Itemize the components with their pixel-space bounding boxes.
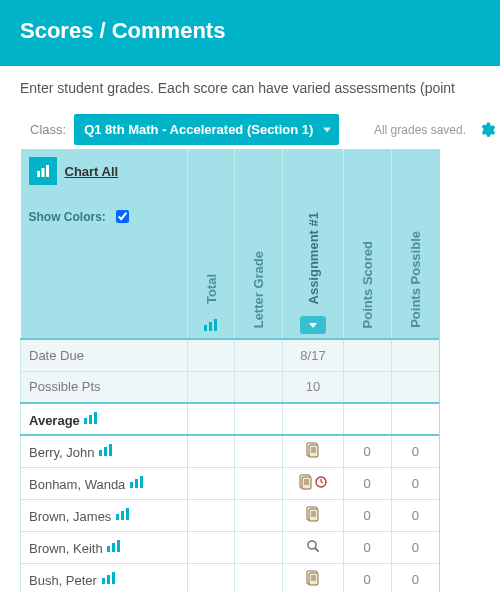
student-pts-possible[interactable]: 0: [391, 564, 439, 593]
student-total[interactable]: [187, 564, 235, 593]
bar-chart-icon[interactable]: [83, 411, 99, 425]
student-letter[interactable]: [235, 564, 283, 593]
document-icon[interactable]: [306, 570, 320, 586]
col-label-assignment: Assignment #1: [306, 208, 321, 308]
class-select[interactable]: Q1 8th Math - Accelerated (Section 1): [74, 114, 339, 145]
meta-row-date_due: Date Due8/17: [21, 339, 440, 371]
student-total[interactable]: [187, 532, 235, 564]
col-header-total[interactable]: Total: [187, 149, 235, 339]
document-icon[interactable]: [306, 442, 320, 458]
student-total[interactable]: [187, 468, 235, 500]
student-name-cell[interactable]: Brown, Keith: [21, 532, 188, 564]
meta-label: Date Due: [21, 339, 188, 371]
bar-chart-icon[interactable]: [115, 507, 131, 521]
student-row: Brown, James 00: [21, 500, 440, 532]
student-pts-scored[interactable]: 0: [343, 435, 391, 468]
chevron-down-icon: [309, 323, 317, 328]
student-name-cell[interactable]: Brown, James: [21, 500, 188, 532]
meta-letter: [235, 403, 283, 435]
student-pts-possible[interactable]: 0: [391, 532, 439, 564]
student-name-cell[interactable]: Bush, Peter: [21, 564, 188, 593]
student-assignment[interactable]: [283, 532, 343, 564]
meta-pts-possible: [391, 403, 439, 435]
student-name-cell[interactable]: Bonham, Wanda: [21, 468, 188, 500]
show-colors-label: Show Colors:: [29, 210, 106, 224]
col-header-pts-scored[interactable]: Points Scored: [343, 149, 391, 339]
svg-rect-45: [309, 573, 318, 585]
student-assignment[interactable]: [283, 435, 343, 468]
chart-all-link[interactable]: Chart All: [65, 164, 119, 179]
student-pts-scored[interactable]: 0: [343, 564, 391, 593]
student-total[interactable]: [187, 435, 235, 468]
show-colors-toggle[interactable]: Show Colors:: [29, 207, 179, 226]
svg-rect-42: [107, 575, 110, 584]
svg-rect-6: [84, 418, 87, 424]
student-pts-possible[interactable]: 0: [391, 500, 439, 532]
svg-rect-5: [214, 319, 217, 331]
student-name: Berry, John: [29, 445, 95, 460]
svg-rect-13: [309, 445, 318, 457]
meta-row-possible_pts: Possible Pts10: [21, 371, 440, 403]
student-pts-scored[interactable]: 0: [343, 468, 391, 500]
student-pts-scored[interactable]: 0: [343, 500, 391, 532]
show-colors-checkbox[interactable]: [116, 210, 129, 223]
col-header-pts-possible[interactable]: Points Possible: [391, 149, 439, 339]
svg-rect-9: [99, 450, 102, 456]
col-total-chart-icon[interactable]: [188, 318, 235, 332]
meta-pts-scored: [343, 339, 391, 371]
svg-rect-11: [109, 444, 112, 456]
class-label: Class:: [30, 122, 66, 137]
bar-chart-icon[interactable]: [106, 539, 122, 553]
save-status: All grades saved.: [374, 123, 470, 137]
bar-chart-icon[interactable]: [98, 443, 114, 457]
svg-rect-29: [121, 511, 124, 520]
student-total[interactable]: [187, 500, 235, 532]
svg-rect-41: [102, 578, 105, 584]
svg-line-40: [315, 548, 318, 551]
meta-letter: [235, 371, 283, 403]
col-header-assignment[interactable]: Assignment #1: [283, 149, 343, 339]
meta-assignment[interactable]: 8/17: [283, 339, 343, 371]
student-name-cell[interactable]: Berry, John: [21, 435, 188, 468]
student-letter[interactable]: [235, 468, 283, 500]
document-icon[interactable]: [299, 474, 313, 490]
intro-text: Enter student grades. Each score can hav…: [0, 66, 500, 114]
bar-chart-icon[interactable]: [129, 475, 145, 489]
meta-assignment[interactable]: 10: [283, 371, 343, 403]
student-name: Brown, James: [29, 509, 111, 524]
student-assignment[interactable]: [283, 500, 343, 532]
meta-total: [187, 371, 235, 403]
meta-assignment[interactable]: [283, 403, 343, 435]
student-letter[interactable]: [235, 532, 283, 564]
header-name-cell: Chart All Show Colors:: [21, 149, 188, 339]
student-letter[interactable]: [235, 500, 283, 532]
search-icon[interactable]: [306, 539, 320, 553]
controls-row: Class: Q1 8th Math - Accelerated (Sectio…: [0, 114, 500, 145]
svg-rect-7: [89, 415, 92, 424]
student-assignment[interactable]: [283, 564, 343, 593]
late-clock-icon[interactable]: [315, 476, 327, 488]
student-pts-possible[interactable]: 0: [391, 468, 439, 500]
svg-rect-0: [37, 171, 40, 177]
bar-chart-icon[interactable]: [101, 571, 117, 585]
meta-letter: [235, 339, 283, 371]
svg-rect-21: [302, 477, 311, 489]
svg-rect-43: [112, 572, 115, 584]
meta-pts-possible: [391, 339, 439, 371]
svg-rect-1: [41, 168, 44, 177]
svg-rect-38: [117, 540, 120, 552]
svg-rect-37: [112, 543, 115, 552]
col-header-letter[interactable]: Letter Grade: [235, 149, 283, 339]
col-label-letter: Letter Grade: [251, 247, 266, 332]
student-pts-scored[interactable]: 0: [343, 532, 391, 564]
document-icon[interactable]: [306, 506, 320, 522]
student-pts-possible[interactable]: 0: [391, 435, 439, 468]
meta-total: [187, 403, 235, 435]
chart-all-icon[interactable]: [29, 157, 57, 185]
student-letter[interactable]: [235, 435, 283, 468]
svg-rect-3: [204, 325, 207, 331]
gear-icon[interactable]: [478, 121, 496, 139]
student-assignment[interactable]: [283, 468, 343, 500]
student-row: Bush, Peter 00: [21, 564, 440, 593]
assignment-expand-button[interactable]: [300, 316, 326, 334]
